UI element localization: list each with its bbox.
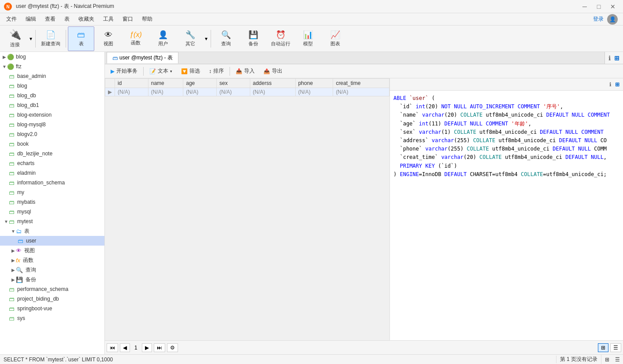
sidebar-item-blog-extension[interactable]: 🗃 blog-extension [0, 110, 104, 120]
expand-icon: ▶ [11, 267, 16, 272]
sidebar-item-performance_schema[interactable]: 🗃 performance_schema [0, 284, 104, 294]
toolbar-backup-button[interactable]: 💾 备份 [240, 26, 267, 51]
menu-file[interactable]: 文件 [2, 14, 21, 25]
sidebar-item-blog[interactable]: ▶ 🟢 blog [0, 52, 104, 62]
sidebar-item-eladmin[interactable]: 🗃 eladmin [0, 168, 104, 178]
th-name[interactable]: name [148, 79, 183, 88]
settings-button[interactable]: ⚙ [167, 343, 178, 352]
begin-transaction-button[interactable]: ▶ 开始事务 [107, 66, 141, 77]
toolbar-other-button[interactable]: 🔧 其它 [177, 26, 204, 51]
sidebar-item-echarts[interactable]: 🗃 echarts [0, 158, 104, 168]
minimize-button[interactable]: ─ [578, 0, 591, 13]
statusbar-list-button[interactable]: ☰ [612, 355, 622, 364]
import-button[interactable]: 📥 导入 [232, 66, 259, 77]
cell-adderss[interactable]: (N/A) [250, 88, 295, 96]
sidebar-item-query-group[interactable]: ▶ 🔍 查询 [0, 265, 104, 275]
th-creat_time[interactable]: creat_time [333, 79, 389, 88]
cell-creat_time[interactable]: (N/A) [333, 88, 389, 96]
next-page-button[interactable]: ▶ [142, 343, 152, 352]
toolbar-view-button[interactable]: 👁 视图 [95, 26, 122, 51]
menu-window[interactable]: 窗口 [118, 14, 137, 25]
cell-age[interactable]: (N/A) [183, 88, 217, 96]
toolbar-newquery-button[interactable]: 📄 新建查询 [37, 26, 64, 51]
chart-label: 图表 [330, 40, 340, 47]
sidebar-item-information_schema[interactable]: 🗃 information_schema [0, 178, 104, 188]
login-button[interactable]: 登录 [593, 15, 604, 23]
sidebar-item-mysql[interactable]: 🗃 mysql [0, 207, 104, 217]
sort-button[interactable]: ↕ 排序 [205, 66, 228, 77]
sidebar-item-blog_db1[interactable]: 🗃 blog_db1 [0, 100, 104, 110]
sidebar-item-backup-group[interactable]: ▶ 💾 备份 [0, 275, 104, 284]
toolbar-model-button[interactable]: 📊 模型 [295, 26, 321, 51]
other-dropdown[interactable]: ▾ [204, 26, 209, 51]
cell-sex[interactable]: (N/A) [217, 88, 250, 96]
toolbar-table-button[interactable]: 🗃 表 [68, 26, 94, 51]
maximize-button[interactable]: □ [592, 0, 605, 13]
status-sql-text: SELECT * FROM `mytest`.`user` LIMIT 0,10… [4, 357, 113, 363]
toolbar-autorun-button[interactable]: ⏰ 自动运行 [267, 26, 294, 51]
text-dropdown-icon: ▾ [170, 69, 172, 74]
menu-table[interactable]: 表 [60, 14, 74, 25]
info-btn[interactable]: ℹ [609, 81, 612, 88]
sidebar-item-func-group[interactable]: ▶ fx 函数 [0, 255, 104, 265]
toolbar-chart-button[interactable]: 📈 图表 [322, 26, 349, 51]
text-button[interactable]: 📝 文本 ▾ [145, 66, 176, 77]
menu-view[interactable]: 查看 [41, 14, 60, 25]
export-button[interactable]: 📤 导出 [260, 66, 286, 77]
sidebar-item-sys[interactable]: 🗃 sys [0, 313, 104, 323]
last-page-button[interactable]: ⏭ [154, 343, 165, 352]
list-view-button[interactable]: ☰ [610, 343, 621, 352]
menu-help[interactable]: 帮助 [137, 14, 157, 25]
connect-dropdown[interactable]: ▾ [28, 26, 33, 51]
filter-label: 筛选 [189, 67, 200, 75]
menu-tools[interactable]: 工具 [99, 14, 118, 25]
toolbar-user-button[interactable]: 👤 用户 [150, 26, 176, 51]
th-id[interactable]: id [115, 79, 148, 88]
sidebar-item-blog2[interactable]: 🗃 blog [0, 81, 104, 91]
statusbar-icons: ⊞ ☰ [601, 355, 623, 364]
th-phone[interactable]: phone [295, 79, 333, 88]
table-wrapper[interactable]: id name age sex adderss phone creat_time… [105, 78, 389, 340]
th-age[interactable]: age [183, 79, 217, 88]
sidebar-item-base_admin[interactable]: 🗃 base_admin [0, 71, 104, 81]
menu-edit[interactable]: 编辑 [21, 14, 41, 25]
grid-view-button[interactable]: ⊞ [598, 343, 608, 352]
grid-btn[interactable]: ⊞ [615, 81, 619, 88]
sidebar-item-db_lezijie[interactable]: 🗃 db_lezijie_note [0, 149, 104, 158]
th-adderss[interactable]: adderss [250, 79, 295, 88]
cell-id[interactable]: (N/A) [115, 88, 148, 96]
import-icon: 📥 [236, 68, 242, 74]
sidebar-item-springboot-vue[interactable]: 🗃 springboot-vue [0, 304, 104, 313]
user-avatar[interactable]: 👤 [607, 14, 618, 25]
prev-page-button[interactable]: ◀ [120, 343, 130, 352]
sidebar-item-blog-mysql8[interactable]: 🗃 blog-mysql8 [0, 120, 104, 129]
sidebar-item-blog_db[interactable]: 🗃 blog_db [0, 91, 104, 100]
sidebar-item-table-group[interactable]: ▼ 🗂 表 [0, 226, 104, 236]
sidebar-item-view-group[interactable]: ▶ 👁 视图 [0, 246, 104, 255]
toolbar-connect-button[interactable]: 🔌 连接 [2, 26, 28, 51]
cell-phone[interactable]: (N/A) [295, 88, 333, 96]
close-button[interactable]: ✕ [606, 0, 619, 13]
sidebar-item-ftz[interactable]: ▼ 🟢 ftz [0, 62, 104, 71]
preview-icon[interactable]: ⊞ [614, 55, 619, 62]
sidebar-item-mybatis[interactable]: 🗃 mybatis [0, 197, 104, 207]
sidebar-item-my[interactable]: 🗃 my [0, 188, 104, 197]
info-icon[interactable]: ℹ [608, 55, 611, 62]
table-tab[interactable]: 🗃 user @mytest (ftz) - 表 [107, 52, 178, 63]
cell-name[interactable]: (N/A) [148, 88, 183, 96]
toolbar-func-button[interactable]: ƒ(x) 函数 [122, 26, 149, 51]
text-label: 文本 [158, 67, 168, 75]
sidebar-item-book[interactable]: 🗃 book [0, 139, 104, 149]
th-sex[interactable]: sex [217, 79, 250, 88]
sidebar-item-blogv2[interactable]: 🗃 blogv2.0 [0, 129, 104, 139]
sidebar-item-project_biding_db[interactable]: 🗃 project_biding_db [0, 294, 104, 304]
sidebar-item-user[interactable]: 🗃 user [0, 236, 104, 246]
statusbar-grid-button[interactable]: ⊞ [602, 355, 612, 364]
menu-favorites[interactable]: 收藏夹 [74, 14, 99, 25]
filter-button[interactable]: 🔽 筛选 [177, 66, 204, 77]
toolbar-query-button[interactable]: 🔍 查询 [213, 26, 239, 51]
first-page-button[interactable]: ⏮ [107, 343, 118, 352]
sidebar-item-mytest[interactable]: ▼ 🗃 mytest [0, 217, 104, 226]
sidebar-label: 查询 [26, 266, 36, 274]
table-row[interactable]: ▶ (N/A) (N/A) (N/A) (N/A) (N/A) (N/A) (N… [105, 88, 389, 96]
